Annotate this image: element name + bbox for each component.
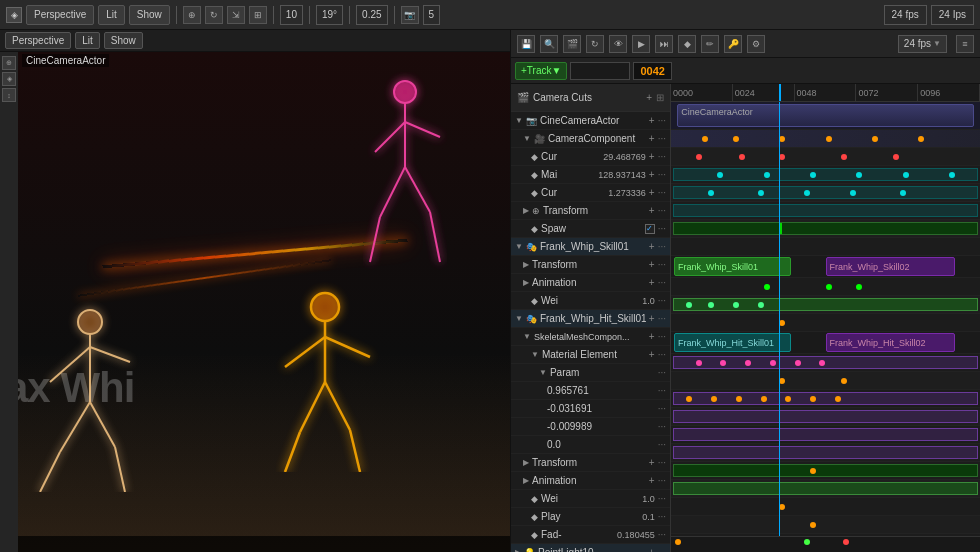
track-mai1[interactable]: ◆ Mai 128.937143 + ··· <box>511 166 670 184</box>
seq-eye-icon[interactable]: 👁 <box>609 35 627 53</box>
track-val1[interactable]: 0.965761 ··· <box>511 382 670 400</box>
seq-camera-icon[interactable]: 🎬 <box>563 35 581 53</box>
wei2-menu[interactable]: ··· <box>658 493 666 504</box>
param-arrow[interactable]: ▼ <box>539 368 547 377</box>
perspective-btn[interactable]: Perspective <box>26 5 94 25</box>
camera-cuts-menu[interactable]: ⊞ <box>656 92 664 103</box>
param-menu[interactable]: ··· <box>658 367 666 378</box>
track-transform3[interactable]: ▶ Transform + ··· <box>511 454 670 472</box>
anim1-add[interactable]: + <box>649 277 655 288</box>
left-icon-1[interactable]: ⊕ <box>2 56 16 70</box>
timeline-tracks[interactable]: CineCameraActor <box>671 102 980 536</box>
cine-menu[interactable]: ··· <box>658 115 666 126</box>
seq-search-icon[interactable]: 🔍 <box>540 35 558 53</box>
seq-jump-icon[interactable]: ⏭ <box>655 35 673 53</box>
cine-add[interactable]: + <box>649 115 655 126</box>
cur1-add[interactable]: + <box>649 151 655 162</box>
play1-menu[interactable]: ··· <box>658 511 666 522</box>
seq-play-icon[interactable]: ▶ <box>632 35 650 53</box>
spaw-checkbox[interactable]: ✓ <box>645 224 655 234</box>
spaw-menu[interactable]: ··· <box>658 223 666 234</box>
track-cur1[interactable]: ◆ Cur 29.468769 + ··· <box>511 148 670 166</box>
transform2-add[interactable]: + <box>649 259 655 270</box>
frank1-menu[interactable]: ··· <box>658 241 666 252</box>
seq-save-icon[interactable]: 💾 <box>517 35 535 53</box>
camera-cuts-row[interactable]: 🎬 Camera Cuts + ⊞ <box>511 84 670 112</box>
lit-btn[interactable]: Lit <box>98 5 125 25</box>
track-material-element[interactable]: ▼ Material Element + ··· <box>511 346 670 364</box>
vp-perspective-btn[interactable]: Perspective <box>5 32 71 49</box>
scale-icon[interactable]: ⇲ <box>227 6 245 24</box>
track-animation1[interactable]: ▶ Animation + ··· <box>511 274 670 292</box>
transform3-menu[interactable]: ··· <box>658 457 666 468</box>
seq-key-icon[interactable]: 🔑 <box>724 35 742 53</box>
val3-menu[interactable]: ··· <box>658 421 666 432</box>
seq-settings-icon[interactable]: ⚙ <box>747 35 765 53</box>
track-transform1[interactable]: ▶ ⊕ Transform + ··· <box>511 202 670 220</box>
track-frank-whip-hit-01[interactable]: ▼ 🎭 Frank_Whip_Hit_Skill01 + ··· <box>511 310 670 328</box>
skeletal-add[interactable]: + <box>649 331 655 342</box>
mat-menu[interactable]: ··· <box>658 349 666 360</box>
track-val4[interactable]: 0.0 ··· <box>511 436 670 454</box>
track-animation2[interactable]: ▶ Animation + ··· <box>511 472 670 490</box>
track-skeletal-mesh[interactable]: ▼ SkeletalMeshCompon... + ··· <box>511 328 670 346</box>
track-point-light[interactable]: ▶ 💡 PointLight10 + ··· <box>511 544 670 552</box>
rotate-icon[interactable]: ↻ <box>205 6 223 24</box>
mai1-menu[interactable]: ··· <box>658 169 666 180</box>
track-wei1[interactable]: ◆ Wei 1.0 ··· <box>511 292 670 310</box>
frank-hit1-menu[interactable]: ··· <box>658 313 666 324</box>
camcomp-add[interactable]: + <box>649 133 655 144</box>
track-add-btn[interactable]: + Track ▼ <box>515 62 567 80</box>
anim2-menu[interactable]: ··· <box>658 475 666 486</box>
mat-arrow[interactable]: ▼ <box>531 350 539 359</box>
skeletal-menu[interactable]: ··· <box>658 331 666 342</box>
track-camera-component[interactable]: ▼ 🎥 CameraComponent + ··· <box>511 130 670 148</box>
light-add[interactable]: + <box>649 547 655 552</box>
snap-icon[interactable]: ⊞ <box>249 6 267 24</box>
frank-hit1-add[interactable]: + <box>649 313 655 324</box>
cine-expand-arrow[interactable]: ▼ <box>515 116 523 125</box>
seq-search-input[interactable] <box>570 62 630 80</box>
transform3-arrow[interactable]: ▶ <box>523 458 529 467</box>
wei1-menu[interactable]: ··· <box>658 295 666 306</box>
time-ruler[interactable]: 0000 0024 0048 0072 0096 <box>671 84 980 102</box>
camera-cuts-add[interactable]: + <box>646 92 652 103</box>
light-arrow[interactable]: ▶ <box>515 548 521 552</box>
transform1-add[interactable]: + <box>649 205 655 216</box>
track-wei2[interactable]: ◆ Wei 1.0 ··· <box>511 490 670 508</box>
seq-extra-btn[interactable]: ≡ <box>956 35 974 53</box>
track-param[interactable]: ▼ Param ··· <box>511 364 670 382</box>
fad1-menu[interactable]: ··· <box>658 529 666 540</box>
track-play1[interactable]: ◆ Play 0.1 ··· <box>511 508 670 526</box>
transform2-menu[interactable]: ··· <box>658 259 666 270</box>
frank1-add[interactable]: + <box>649 241 655 252</box>
camcomp-menu[interactable]: ··· <box>658 133 666 144</box>
cur2-add[interactable]: + <box>649 187 655 198</box>
frank1-arrow[interactable]: ▼ <box>515 242 523 251</box>
track-fad1[interactable]: ◆ Fad- 0.180455 ··· <box>511 526 670 544</box>
transform1-menu[interactable]: ··· <box>658 205 666 216</box>
seq-diamond-icon[interactable]: ◆ <box>678 35 696 53</box>
val2-menu[interactable]: ··· <box>658 403 666 414</box>
track-cur2[interactable]: ◆ Cur 1.273336 + ··· <box>511 184 670 202</box>
track-val3[interactable]: -0.009989 ··· <box>511 418 670 436</box>
seq-refresh-icon[interactable]: ↻ <box>586 35 604 53</box>
transform-icon[interactable]: ⊕ <box>183 6 201 24</box>
anim1-menu[interactable]: ··· <box>658 277 666 288</box>
light-menu[interactable]: ··· <box>658 547 666 552</box>
transform3-add[interactable]: + <box>649 457 655 468</box>
anim2-add[interactable]: + <box>649 475 655 486</box>
transform1-arrow[interactable]: ▶ <box>523 206 529 215</box>
mai1-add[interactable]: + <box>649 169 655 180</box>
anim1-arrow[interactable]: ▶ <box>523 278 529 287</box>
show-btn[interactable]: Show <box>129 5 170 25</box>
left-icon-2[interactable]: ◈ <box>2 72 16 86</box>
track-frank-whip-01[interactable]: ▼ 🎭 Frank_Whip_Skill01 + ··· <box>511 238 670 256</box>
cur1-menu[interactable]: ··· <box>658 151 666 162</box>
track-transform2[interactable]: ▶ Transform + ··· <box>511 256 670 274</box>
frank-hit1-arrow[interactable]: ▼ <box>515 314 523 323</box>
left-icon-3[interactable]: ↕ <box>2 88 16 102</box>
cur2-menu[interactable]: ··· <box>658 187 666 198</box>
mat-add[interactable]: + <box>649 349 655 360</box>
camera-icon[interactable]: 📷 <box>401 6 419 24</box>
